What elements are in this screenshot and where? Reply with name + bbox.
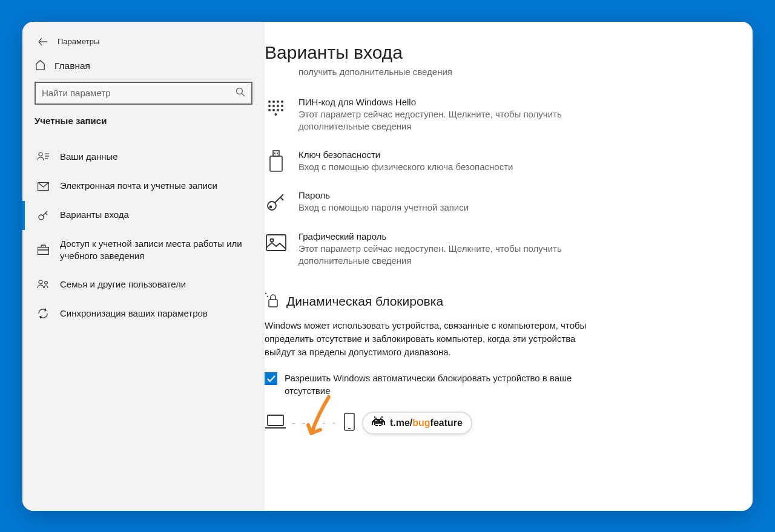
settings-window: Параметры Главная Учетные записи [22,22,753,511]
svg-line-5 [242,93,245,96]
svg-point-25 [277,109,279,111]
svg-rect-44 [374,419,383,420]
svg-point-15 [268,100,271,103]
key-icon [37,209,49,221]
svg-point-21 [277,105,279,107]
option-title: ПИН-код для Windows Hello [298,97,628,107]
watermark-prefix: t.me/ [390,418,412,428]
titlebar: Параметры [22,29,265,52]
option-title: Графический пароль [298,231,628,241]
search-icon [236,87,245,99]
sidebar-item-sync[interactable]: Синхронизация ваших параметров [22,299,265,328]
sidebar-item-email[interactable]: Электронная почта и учетные записи [22,172,265,201]
svg-rect-45 [373,420,375,421]
option-picture-password[interactable]: Графический пароль Этот параметр сейчас … [265,225,628,278]
email-icon [37,182,49,191]
svg-point-33 [270,206,272,208]
key-icon [265,190,288,213]
sidebar-item-signin-options[interactable]: Варианты входа [22,201,265,230]
pin-grid-icon [265,97,288,120]
option-security-key[interactable]: Ключ безопасности Вход с помощью физичес… [265,143,628,184]
sync-icon [37,308,49,319]
svg-rect-12 [38,248,48,255]
person-icon [37,152,49,162]
svg-point-18 [281,100,283,103]
svg-rect-52 [372,424,373,425]
svg-rect-49 [372,422,373,424]
option-desc: Вход с помощью физического ключа безопас… [298,161,628,173]
sidebar-item-family[interactable]: Семья и другие пользователи [22,270,265,299]
option-title: Пароль [298,190,628,200]
svg-point-6 [39,153,42,156]
watermark-badge: t.me/bugfeature [362,412,472,435]
svg-rect-48 [372,421,385,422]
svg-point-32 [268,202,276,210]
svg-rect-38 [345,413,354,430]
home-icon [35,59,46,73]
home-link[interactable]: Главная [22,52,265,82]
cutoff-text: получить дополнительные сведения [265,67,734,79]
option-pin[interactable]: ПИН-код для Windows Hello Этот параметр … [265,91,628,144]
device-pairing-row: - - - - - t.me/bugfeature [265,412,734,435]
option-desc: Вход с помощью пароля учетной записи [298,202,628,214]
svg-point-20 [272,105,275,107]
space-invader-icon [372,416,385,430]
svg-rect-42 [375,418,377,419]
briefcase-icon [37,245,49,255]
svg-rect-57 [379,425,381,426]
option-password[interactable]: Пароль Вход с помощью пароля учетной зап… [265,184,628,225]
svg-point-35 [271,238,274,241]
svg-rect-43 [380,418,381,419]
connection-dashes: - - - - - [292,418,338,428]
phone-icon [344,413,355,433]
main-content: Варианты входа получить дополнительные с… [265,22,753,511]
option-desc: Этот параметр сейчас недоступен. Щелкнит… [298,243,628,268]
sidebar-item-label: Доступ к учетной записи места работы или… [60,238,252,263]
svg-point-17 [277,100,279,103]
sidebar-item-work-access[interactable]: Доступ к учетной записи места работы или… [22,230,265,271]
svg-point-22 [281,105,283,107]
sidebar-item-label: Электронная почта и учетные записи [60,180,252,192]
option-desc: Этот параметр сейчас недоступен. Щелкнит… [298,108,628,133]
sidebar: Параметры Главная Учетные записи [22,22,265,511]
sidebar-item-label: Синхронизация ваших параметров [60,307,252,320]
svg-point-23 [268,109,271,111]
search-box[interactable] [35,82,252,105]
svg-point-24 [272,109,275,111]
svg-point-19 [268,105,271,107]
watermark-feature: feature [430,418,463,428]
svg-point-4 [237,88,243,94]
svg-rect-40 [374,416,375,418]
laptop-icon [265,414,286,432]
svg-rect-53 [374,424,375,425]
dynamic-lock-checkbox-row[interactable]: Разрешить Windows автоматически блокиров… [265,372,604,397]
usb-key-icon [265,149,288,172]
dynamic-lock-checkbox-label: Разрешить Windows автоматически блокиров… [285,372,604,397]
watermark-bug: bug [412,418,430,428]
svg-point-27 [275,113,277,116]
svg-rect-51 [384,422,385,424]
dynamic-lock-checkbox[interactable] [265,372,277,385]
svg-rect-50 [374,422,383,424]
dynamic-lock-heading: Динамическая блокировка [265,292,734,310]
app-title: Параметры [58,37,99,46]
svg-point-16 [272,100,275,103]
svg-rect-46 [377,420,380,421]
back-button[interactable] [31,32,55,51]
home-label: Главная [54,61,90,71]
sidebar-item-label: Семья и другие пользователи [60,278,252,291]
svg-rect-47 [381,420,384,421]
page-title: Варианты входа [265,42,734,63]
search-input[interactable] [42,88,236,98]
nav-list: Ваши данные Электронная почта и учетные … [22,143,265,329]
svg-rect-56 [375,425,378,426]
svg-rect-41 [381,416,383,418]
svg-rect-37 [268,415,283,425]
dynamic-lock-title: Динамическая блокировка [286,294,443,309]
sidebar-item-your-info[interactable]: Ваши данные [22,143,265,172]
svg-rect-34 [266,235,286,251]
svg-rect-55 [384,424,385,425]
sidebar-item-label: Ваши данные [60,151,252,163]
dynamic-lock-icon [265,292,279,310]
picture-icon [265,231,288,254]
